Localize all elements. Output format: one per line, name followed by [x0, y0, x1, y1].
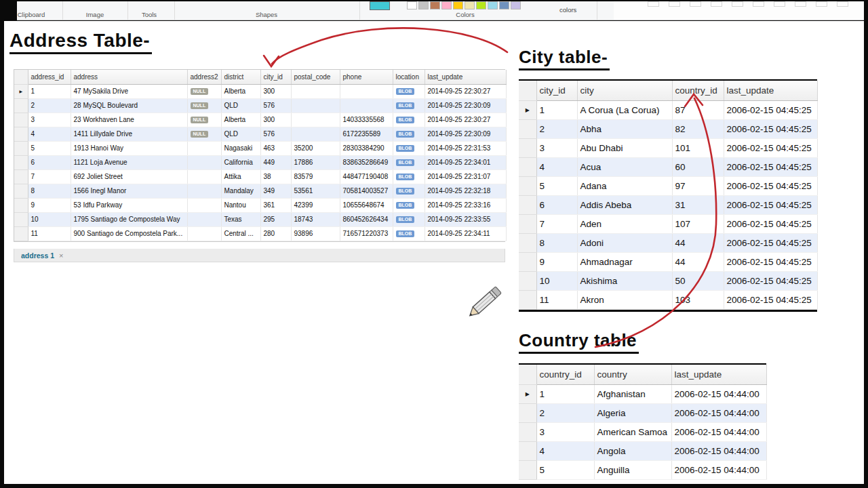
ribbon-separator [174, 1, 175, 20]
tab-close-icon[interactable]: × [59, 252, 63, 259]
grid-cell: 1 [536, 100, 577, 119]
result-tab-address1[interactable]: address 1 [21, 251, 54, 260]
table-row: 3American Samoa2006-02-15 04:44:00 [519, 422, 766, 441]
color-swatch[interactable] [453, 1, 463, 9]
arrow-city-to-address-cityid [272, 28, 507, 64]
city-table-title: City table- [519, 47, 610, 70]
grid-cell [187, 226, 221, 241]
grid-cell: Alberta [221, 84, 260, 98]
grid-cell: 838635286649 [340, 155, 393, 169]
row-selector [14, 141, 28, 155]
grid-cell: 2006-02-15 04:45:25 [724, 176, 817, 195]
color-swatch[interactable] [511, 1, 521, 9]
color-swatch[interactable] [476, 1, 486, 9]
table-row: 2Algeria2006-02-15 04:44:00 [519, 403, 766, 422]
paint-canvas[interactable]: Address Table- City table- Country table… [4, 21, 864, 484]
grid-cell: 6172235589 [340, 127, 393, 141]
grid-cell: American Samoa [594, 422, 671, 441]
table-row: ▶147 MySakila DriveNULLAlberta300BLOB201… [14, 84, 506, 98]
ribbon-separator [127, 1, 128, 20]
grid-cell: Texas [221, 212, 260, 226]
table-row: 953 Idfu ParkwayNantou361423991065564867… [14, 198, 506, 212]
grid-cell: 2 [28, 98, 71, 113]
grid-cell: 11 [536, 290, 577, 309]
grid-cell: 2006-02-15 04:45:25 [724, 214, 817, 233]
grid-cell: 349 [260, 184, 291, 198]
grid-cell: BLOB [393, 84, 425, 98]
grid-cell: 3 [536, 422, 594, 441]
grid-cell: 4 [536, 441, 594, 460]
grid-cell: 31 [672, 195, 724, 214]
column-header-address: address [71, 70, 187, 84]
grid-cell: 1 [536, 384, 594, 403]
ribbon-fragment [732, 1, 743, 7]
ribbon-group-tools: Tools [125, 11, 173, 18]
ribbon-fragment [648, 1, 659, 7]
grid-cell: 716571220373 [340, 226, 393, 241]
grid-cell: BLOB [393, 141, 425, 155]
grid-cell: 44 [672, 252, 724, 271]
grid-cell: 2014-09-25 22:31:53 [425, 141, 506, 155]
table-row: 11900 Santiago de Compostela Park...Cent… [14, 226, 506, 241]
ribbon-group-image: Image [71, 11, 119, 18]
color-swatch[interactable] [407, 1, 417, 9]
grid-cell: Adoni [577, 233, 672, 252]
row-selector [519, 290, 536, 309]
table-row: 81566 Inegl ManorMandalay349535617058140… [14, 184, 506, 198]
grid-cell: 1913 Hanoi Way [71, 141, 187, 155]
grid-cell: 2006-02-15 04:45:25 [724, 138, 817, 157]
edit-colors-button[interactable]: colors [559, 6, 576, 14]
grid-cell [187, 212, 221, 226]
grid-cell: 11 [28, 226, 71, 241]
column-header-last_update: last_update [425, 70, 506, 84]
selected-color-swatch[interactable] [370, 1, 390, 10]
column-header-last_update: last_update [671, 365, 766, 384]
grid-cell: Acua [577, 157, 672, 176]
grid-cell: BLOB [393, 155, 425, 169]
table-row: 10Akishima502006-02-15 04:45:25 [519, 271, 817, 290]
color-swatch[interactable] [418, 1, 429, 9]
table-row: 2Abha822006-02-15 04:45:25 [519, 119, 817, 138]
blob-badge: BLOB [396, 117, 415, 123]
grid-cell: Anguilla [594, 460, 671, 479]
ribbon-fragment [711, 1, 722, 7]
grid-cell: 860452626434 [340, 212, 393, 226]
grid-cell: 2014-09-25 22:33:55 [425, 212, 506, 226]
grid-cell: 2014-09-25 22:30:27 [425, 84, 506, 98]
pencil-icon [467, 287, 501, 319]
table-row: 7692 Joliet StreetAttika3883579448477190… [14, 169, 506, 184]
grid-cell: Central ... [221, 226, 260, 241]
row-selector [519, 441, 536, 460]
row-selector [14, 155, 28, 169]
grid-cell: 3 [536, 138, 577, 157]
row-selector [519, 195, 536, 214]
grid-cell: 2014-09-25 22:33:16 [425, 198, 506, 212]
grid-cell: 28 MySQL Boulevard [71, 98, 187, 113]
color-swatch[interactable] [430, 1, 440, 9]
grid-cell: 2006-02-15 04:44:00 [671, 422, 766, 441]
ribbon-separator [359, 1, 360, 20]
grid-cell: 9 [536, 252, 577, 271]
grid-cell: 82 [672, 119, 724, 138]
grid-cell: 361 [260, 198, 291, 212]
grid-cell: 7 [28, 169, 71, 184]
color-swatch[interactable] [499, 1, 509, 9]
grid-cell: 10655648674 [340, 198, 393, 212]
grid-cell: 576 [260, 98, 291, 113]
grid-cell: 2006-02-15 04:44:00 [671, 441, 766, 460]
color-swatch[interactable] [465, 1, 475, 9]
grid-cell: 1411 Lillydale Drive [71, 127, 187, 141]
grid-cell: 53 Idfu Parkway [71, 198, 187, 212]
grid-cell: BLOB [393, 226, 425, 241]
table-row: 9Ahmadnagar442006-02-15 04:45:25 [519, 252, 817, 271]
color-swatch[interactable] [488, 1, 498, 9]
column-header-country_id: country_id [536, 365, 594, 384]
grid-cell: 2006-02-15 04:45:25 [724, 195, 817, 214]
grid-cell: 2014-09-25 22:34:11 [425, 226, 506, 241]
column-header-address2: address2 [187, 70, 221, 84]
address-table-title: Address Table- [9, 30, 152, 54]
color-swatch[interactable] [441, 1, 452, 9]
null-badge: NULL [191, 131, 209, 138]
row-selector [14, 184, 28, 198]
blob-badge: BLOB [396, 88, 415, 95]
